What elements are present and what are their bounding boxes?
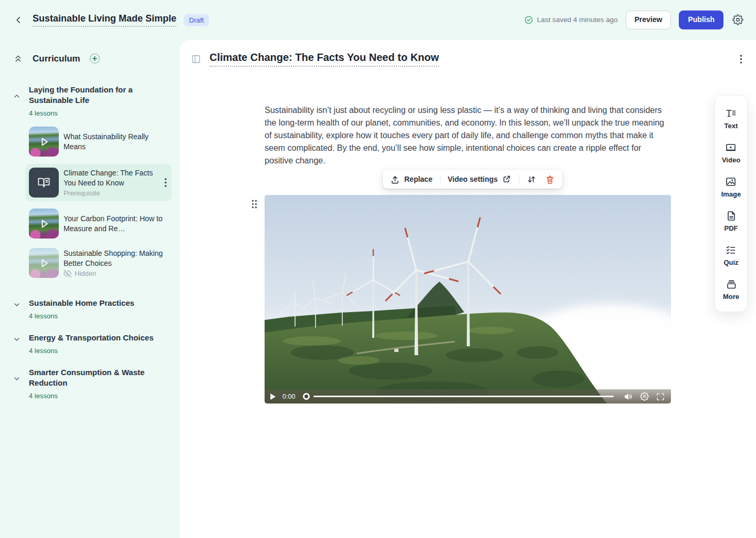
- insert-more-button[interactable]: More: [723, 273, 739, 307]
- video-frame-wind-turbines: [265, 195, 671, 404]
- check-circle-icon: [524, 15, 533, 25]
- sidebar-toggle-button[interactable]: [190, 53, 202, 65]
- pdf-icon: [726, 210, 737, 222]
- section-title: Smarter Consumption & Waste Reduction: [29, 367, 158, 388]
- insert-pdf-button[interactable]: PDF: [724, 205, 738, 239]
- lesson-item[interactable]: Your Carbon Footprint: How to Measure an…: [8, 206, 172, 241]
- curriculum-section: Sustainable Home Practices 4 lessons: [8, 298, 172, 320]
- delete-block-button[interactable]: [544, 172, 556, 187]
- panel-left-icon: [191, 54, 201, 64]
- player-settings-icon[interactable]: [640, 392, 649, 401]
- play-overlay-icon: [29, 209, 59, 239]
- play-overlay-icon: [29, 127, 59, 157]
- top-bar-right: Last saved 4 minutes ago Preview Publish: [524, 11, 744, 29]
- preview-button[interactable]: Preview: [626, 11, 671, 29]
- external-link-icon: [502, 174, 511, 184]
- section-lesson-count: 4 lessons: [29, 392, 158, 400]
- last-saved-text: Last saved 4 minutes ago: [537, 16, 618, 24]
- curriculum-section: Laying the Foundation for a Sustainable …: [8, 85, 172, 280]
- replace-video-button[interactable]: Replace: [389, 172, 434, 187]
- curriculum-header: Curriculum: [8, 51, 172, 66]
- block-drag-handle[interactable]: [250, 198, 259, 210]
- lesson-body-text[interactable]: Sustainability isn’t just about recyclin…: [265, 104, 671, 167]
- chevrons-up-icon: [14, 54, 23, 63]
- stack-more-icon: [726, 278, 737, 290]
- lesson-title: Climate Change: The Facts You Need to Kn…: [64, 168, 158, 188]
- section-header[interactable]: Smarter Consumption & Waste Reduction 4 …: [8, 367, 172, 400]
- quiz-checklist-icon: [725, 244, 737, 256]
- publish-button[interactable]: Publish: [679, 11, 723, 29]
- back-button[interactable]: [12, 13, 25, 27]
- section-header[interactable]: Energy & Transportation Choices 4 lesson…: [8, 333, 172, 355]
- play-overlay-icon: [29, 248, 59, 278]
- video-controls-bar: 0:00: [265, 389, 671, 404]
- lesson-hidden-tag: Hidden: [64, 270, 172, 277]
- settings-button[interactable]: [731, 13, 744, 26]
- gear-icon: [732, 14, 743, 25]
- course-builder-app: Sustainable Living Made Simple Draft Las…: [0, 0, 756, 538]
- upload-icon: [390, 174, 400, 184]
- toolbar-divider: [440, 174, 440, 184]
- section-lesson-count: 4 lessons: [29, 109, 158, 117]
- play-button[interactable]: [270, 394, 276, 400]
- section-header[interactable]: Sustainable Home Practices 4 lessons: [8, 298, 172, 320]
- section-lesson-count: 4 lessons: [29, 312, 134, 320]
- section-lesson-count: 4 lessons: [29, 347, 154, 355]
- scrubber-handle[interactable]: [303, 393, 310, 400]
- lesson-item-selected[interactable]: Climate Change: The Facts You Need to Kn…: [25, 164, 172, 201]
- status-badge: Draft: [184, 14, 209, 26]
- add-section-button[interactable]: [88, 51, 102, 66]
- drag-dots-icon: [251, 199, 258, 209]
- volume-icon[interactable]: [624, 392, 633, 401]
- curriculum-section: Energy & Transportation Choices 4 lesson…: [8, 333, 172, 355]
- progress-track[interactable]: [313, 396, 614, 397]
- curriculum-sidebar: Curriculum Laying the Foundation for a S…: [0, 40, 180, 538]
- plus-circle-icon: [89, 53, 101, 65]
- lesson-page-title[interactable]: Climate Change: The Facts You Need to Kn…: [209, 51, 439, 67]
- top-bar: Sustainable Living Made Simple Draft Las…: [0, 0, 756, 40]
- lesson-editor-panel: Climate Change: The Facts You Need to Kn…: [180, 40, 756, 538]
- sort-arrows-icon: [527, 174, 537, 184]
- eye-off-icon: [64, 270, 71, 277]
- insert-quiz-button[interactable]: Quiz: [723, 239, 738, 273]
- lesson-options-button[interactable]: [739, 53, 743, 65]
- top-bar-left: Sustainable Living Made Simple Draft: [12, 13, 524, 27]
- kebab-icon: [164, 178, 167, 188]
- chevron-left-icon: [13, 14, 24, 26]
- current-time: 0:00: [282, 393, 295, 400]
- video-settings-button[interactable]: Video settings: [447, 172, 512, 186]
- reading-lesson-tile: [29, 168, 59, 198]
- kebab-icon: [740, 54, 742, 64]
- insert-element-panel: Text Video Image PDF: [715, 95, 748, 312]
- toolbar-divider: [519, 174, 519, 184]
- course-title[interactable]: Sustainable Living Made Simple: [33, 13, 176, 27]
- lesson-item[interactable]: What Sustainability Really Means: [8, 125, 172, 159]
- collapse-all-button[interactable]: [13, 53, 24, 64]
- image-icon: [725, 176, 737, 188]
- trash-icon: [545, 174, 555, 184]
- text-icon: [725, 108, 737, 119]
- insert-text-button[interactable]: Text: [724, 102, 738, 137]
- insert-video-button[interactable]: Video: [722, 137, 740, 171]
- section-title: Energy & Transportation Choices: [29, 333, 154, 343]
- video-thumbnail: [29, 209, 59, 239]
- open-book-icon: [37, 175, 51, 190]
- lesson-title: Your Carbon Footprint: How to Measure an…: [64, 214, 172, 233]
- lesson-title: What Sustainability Really Means: [64, 132, 172, 151]
- chevron-down-icon: [13, 335, 21, 344]
- video-thumbnail: [29, 127, 59, 157]
- section-title: Sustainable Home Practices: [29, 298, 134, 308]
- save-status: Last saved 4 minutes ago: [524, 15, 618, 25]
- lesson-item-hidden[interactable]: Sustainable Shopping: Making Better Choi…: [8, 246, 172, 280]
- chevron-down-icon: [13, 301, 21, 309]
- chevron-down-icon: [13, 375, 21, 383]
- insert-image-button[interactable]: Image: [721, 171, 741, 205]
- move-block-button[interactable]: [526, 172, 538, 187]
- lesson-title: Sustainable Shopping: Making Better Choi…: [64, 249, 172, 268]
- video-player[interactable]: 0:00: [265, 195, 671, 404]
- video-block-toolbar: Replace Video settings: [383, 170, 562, 189]
- section-header[interactable]: Laying the Foundation for a Sustainable …: [8, 85, 172, 117]
- section-title: Laying the Foundation for a Sustainable …: [29, 85, 158, 106]
- fullscreen-icon[interactable]: [656, 392, 665, 401]
- lesson-menu-button[interactable]: [163, 177, 168, 189]
